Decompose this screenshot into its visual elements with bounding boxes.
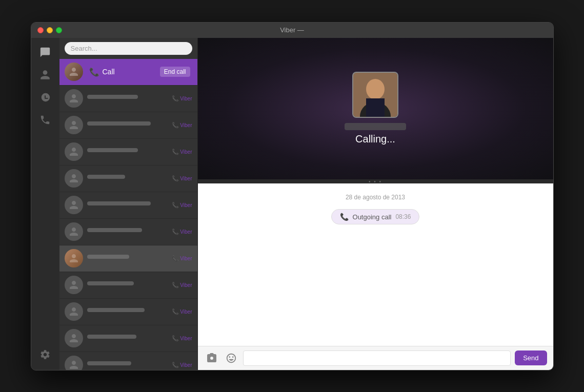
close-button[interactable] [37, 27, 44, 33]
list-item[interactable]: 📞 Viber [59, 139, 197, 166]
end-call-label[interactable]: End call [160, 67, 190, 77]
contact-details [87, 95, 172, 102]
contact-details [87, 281, 172, 288]
contact-name-bar [87, 175, 126, 179]
avatar [65, 169, 83, 188]
title-bar: Viber — [31, 23, 553, 38]
caller-name [345, 123, 406, 130]
viber-badge: 📞 Viber [172, 229, 192, 235]
contact-details [87, 361, 172, 368]
avatar [65, 142, 83, 161]
avatar [65, 116, 83, 134]
avatar [65, 89, 83, 108]
list-item[interactable]: 📞 Viber [59, 192, 197, 219]
avatar [65, 356, 83, 370]
sidebar-item-contacts[interactable] [35, 65, 55, 85]
avatar [65, 196, 83, 214]
contact-name-bar [87, 281, 134, 285]
avatar [65, 276, 83, 294]
chat-input-bar: Send [198, 346, 553, 370]
contact-details [87, 121, 172, 129]
maximize-button[interactable] [56, 27, 62, 33]
search-bar [59, 38, 197, 59]
contact-name-bar [87, 361, 131, 365]
contact-name-bar [87, 95, 138, 99]
drag-handle[interactable]: • • • [198, 179, 553, 183]
list-item[interactable]: 📞 Viber [59, 112, 197, 139]
contact-name-bar [87, 335, 136, 339]
caller-photo-inner [353, 73, 397, 117]
list-item[interactable]: 📞 Viber [59, 325, 197, 352]
call-record-time: 08:36 [395, 213, 411, 220]
call-record-label: Outgoing call [353, 213, 392, 221]
contact-details [87, 308, 172, 315]
emoji-button[interactable] [224, 350, 239, 366]
contact-details [87, 201, 172, 209]
contact-name-bar [87, 148, 138, 152]
sidebar-item-dialpad[interactable] [35, 110, 55, 130]
viber-badge: 📞 Viber [172, 95, 192, 102]
calling-area: Calling... [198, 38, 553, 180]
app-window: Viber — [31, 22, 554, 370]
list-item[interactable]: 📞 Viber [59, 245, 197, 272]
search-input[interactable] [65, 42, 192, 55]
call-record: 📞 Outgoing call 08:36 [331, 209, 420, 224]
sidebar-item-chat[interactable] [35, 42, 55, 63]
active-contact-avatar [65, 63, 83, 81]
svg-rect-3 [366, 98, 385, 117]
svg-point-1 [366, 79, 385, 99]
viber-badge: 📞 Viber [172, 308, 192, 315]
minimize-button[interactable] [47, 27, 53, 33]
contact-details [87, 228, 172, 235]
calling-status: Calling... [355, 133, 395, 145]
main-content: 📞 Call End call 📞 Viber [31, 38, 553, 370]
contact-list: 📞 Call End call 📞 Viber [59, 38, 198, 370]
viber-badge: 📞 Viber [172, 282, 192, 288]
avatar [65, 329, 83, 347]
viber-badge: 📞 Viber [172, 335, 192, 342]
list-item[interactable]: 📞 Viber [59, 86, 197, 112]
contact-details [87, 175, 172, 182]
viber-badge: 📞 Viber [172, 122, 192, 129]
call-label: Call [103, 68, 115, 76]
call-record-icon: 📞 [340, 213, 349, 221]
chat-area: Calling... • • • 28 de agosto de 2013 📞 … [198, 38, 553, 370]
avatar [65, 249, 83, 267]
viber-badge: 📞 Viber [172, 255, 192, 262]
viber-badge: 📞 Viber [172, 202, 192, 209]
message-input[interactable] [243, 350, 511, 366]
viber-badge: 📞 Viber [172, 362, 192, 368]
date-divider: 28 de agosto de 2013 [346, 194, 405, 201]
sidebar-item-recents[interactable] [35, 87, 55, 108]
list-item[interactable]: 📞 Viber [59, 219, 197, 245]
settings-button[interactable] [35, 344, 55, 365]
sidebar [31, 38, 59, 370]
send-button[interactable]: Send [515, 350, 547, 365]
contact-name-bar [87, 228, 143, 232]
active-call-item[interactable]: 📞 Call End call [59, 59, 197, 86]
list-item[interactable]: 📞 Viber [59, 272, 197, 299]
list-item[interactable]: 📞 Viber [59, 166, 197, 192]
active-call-info: 📞 Call End call [87, 67, 192, 77]
list-item[interactable]: 📞 Viber [59, 299, 197, 325]
contact-details [87, 148, 172, 155]
caller-photo [352, 72, 398, 118]
window-title: Viber — [280, 26, 304, 34]
viber-badge: 📞 Viber [172, 149, 192, 155]
list-item[interactable]: 📞 Viber [59, 352, 197, 370]
contact-details [87, 335, 172, 342]
contact-name-bar [87, 255, 130, 259]
camera-button[interactable] [204, 350, 219, 366]
viber-badge: 📞 Viber [172, 175, 192, 182]
contact-name-bar [87, 308, 145, 312]
avatar [65, 222, 83, 241]
traffic-lights [37, 27, 62, 33]
avatar [65, 302, 83, 321]
contact-name-bar [87, 201, 151, 205]
contact-name-bar [87, 121, 151, 126]
contact-details [87, 255, 172, 262]
call-controls: 📞 Call End call [87, 67, 192, 77]
chat-messages: 28 de agosto de 2013 📞 Outgoing call 08:… [198, 183, 553, 346]
